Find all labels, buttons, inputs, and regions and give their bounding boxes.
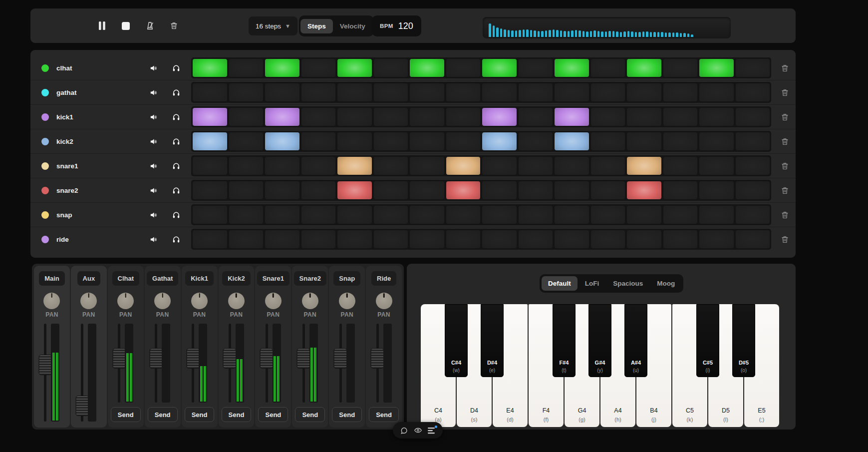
delete-track-button[interactable] xyxy=(779,136,790,147)
step-cell-gathat-10[interactable] xyxy=(519,83,553,101)
step-cell-gathat-15[interactable] xyxy=(699,83,734,101)
pan-knob[interactable] xyxy=(228,293,245,309)
step-cell-kick2-12[interactable] xyxy=(591,132,625,150)
step-cell-snare1-2[interactable] xyxy=(229,157,264,175)
step-cell-snap-7[interactable] xyxy=(410,206,444,224)
black-key-Gs4[interactable]: G#4(y) xyxy=(588,304,611,377)
step-cell-snare2-12[interactable] xyxy=(591,181,625,199)
step-cell-snare2-15[interactable] xyxy=(699,181,734,199)
step-cell-kick1-8[interactable] xyxy=(446,108,481,126)
volume-fader[interactable] xyxy=(118,324,120,403)
delete-track-button[interactable] xyxy=(779,160,790,171)
preset-tab-spacious[interactable]: Spacious xyxy=(606,276,649,291)
step-cell-kick1-3[interactable] xyxy=(265,108,299,126)
chat-button[interactable] xyxy=(398,425,410,437)
step-cell-ride-5[interactable] xyxy=(337,230,372,248)
track-solo-button[interactable] xyxy=(171,209,182,220)
step-cell-ride-11[interactable] xyxy=(555,230,589,248)
step-cell-ride-12[interactable] xyxy=(591,230,625,248)
step-cell-snare1-9[interactable] xyxy=(482,157,517,175)
delete-track-button[interactable] xyxy=(779,185,790,196)
step-cell-ride-4[interactable] xyxy=(301,230,336,248)
step-cell-kick1-9[interactable] xyxy=(482,108,517,126)
step-cell-snare2-8[interactable] xyxy=(446,181,481,199)
step-cell-ride-3[interactable] xyxy=(265,230,299,248)
step-cell-ride-6[interactable] xyxy=(374,230,408,248)
channel-label[interactable]: Aux xyxy=(77,271,101,286)
step-cell-gathat-2[interactable] xyxy=(229,83,264,101)
track-volume-button[interactable] xyxy=(148,62,159,73)
step-cell-snare1-5[interactable] xyxy=(337,157,372,175)
black-key-As4[interactable]: A#4(u) xyxy=(624,304,647,377)
channel-label[interactable]: Kick1 xyxy=(185,271,214,286)
send-button[interactable]: Send xyxy=(369,407,399,422)
step-cell-kick1-2[interactable] xyxy=(229,108,264,126)
preset-tab-lofi[interactable]: LoFi xyxy=(579,276,606,291)
step-cell-clhat-7[interactable] xyxy=(410,59,444,77)
step-cell-clhat-11[interactable] xyxy=(555,59,589,77)
step-cell-kick1-14[interactable] xyxy=(663,108,698,126)
pause-button[interactable] xyxy=(94,18,109,33)
step-cell-kick2-14[interactable] xyxy=(663,132,698,150)
step-cell-snare2-11[interactable] xyxy=(555,181,589,199)
step-cell-snare2-14[interactable] xyxy=(663,181,698,199)
step-cell-kick1-6[interactable] xyxy=(374,108,408,126)
channel-label[interactable]: Snare2 xyxy=(294,271,326,286)
step-cell-snare2-16[interactable] xyxy=(736,181,770,199)
fader-handle[interactable] xyxy=(371,348,384,369)
preset-tab-default[interactable]: Default xyxy=(542,276,578,291)
step-cell-ride-1[interactable] xyxy=(193,230,227,248)
step-cell-kick1-16[interactable] xyxy=(736,108,770,126)
step-cell-clhat-15[interactable] xyxy=(699,59,734,77)
delete-track-button[interactable] xyxy=(779,87,790,98)
track-solo-button[interactable] xyxy=(171,136,182,147)
volume-fader[interactable] xyxy=(192,324,194,403)
volume-fader[interactable] xyxy=(302,324,305,403)
pan-knob[interactable] xyxy=(43,293,60,309)
step-cell-kick2-5[interactable] xyxy=(337,132,372,150)
delete-track-button[interactable] xyxy=(779,209,790,220)
send-button[interactable]: Send xyxy=(222,407,252,422)
volume-fader[interactable] xyxy=(376,324,379,403)
step-cell-clhat-5[interactable] xyxy=(337,59,372,77)
step-cell-snare1-14[interactable] xyxy=(663,157,698,175)
step-cell-kick2-11[interactable] xyxy=(555,132,589,150)
black-key-Cs5[interactable]: C#5(i) xyxy=(696,304,719,377)
step-cell-kick2-7[interactable] xyxy=(410,132,444,150)
step-cell-clhat-1[interactable] xyxy=(193,59,227,77)
step-cell-clhat-12[interactable] xyxy=(591,59,625,77)
volume-fader[interactable] xyxy=(81,324,83,422)
delete-track-button[interactable] xyxy=(779,111,790,122)
send-button[interactable]: Send xyxy=(185,407,215,422)
toggle-option-steps[interactable]: Steps xyxy=(300,19,333,33)
black-key-Ds5[interactable]: D#5(o) xyxy=(732,304,755,377)
fader-handle[interactable] xyxy=(75,396,89,416)
step-cell-snare1-3[interactable] xyxy=(265,157,299,175)
step-cell-kick1-1[interactable] xyxy=(193,108,227,126)
toggle-option-velocity[interactable]: Velocity xyxy=(333,19,372,33)
step-cell-snare1-8[interactable] xyxy=(446,157,481,175)
step-cell-snap-15[interactable] xyxy=(699,206,734,224)
step-cell-snap-6[interactable] xyxy=(374,206,408,224)
metronome-button[interactable] xyxy=(142,18,157,33)
fader-handle[interactable] xyxy=(297,348,310,369)
step-cell-ride-7[interactable] xyxy=(410,230,444,248)
visibility-button[interactable] xyxy=(412,425,424,437)
volume-fader[interactable] xyxy=(229,324,231,403)
pan-knob[interactable] xyxy=(302,293,318,309)
step-cell-snare1-6[interactable] xyxy=(374,157,408,175)
pan-knob[interactable] xyxy=(265,293,282,309)
step-cell-kick2-1[interactable] xyxy=(193,132,227,150)
step-cell-snare2-13[interactable] xyxy=(627,181,661,199)
step-cell-ride-9[interactable] xyxy=(482,230,517,248)
channel-label[interactable]: Gathat xyxy=(147,271,178,286)
step-cell-kick1-11[interactable] xyxy=(555,108,589,126)
pan-knob[interactable] xyxy=(339,293,355,309)
step-cell-gathat-9[interactable] xyxy=(482,83,517,101)
bpm-control[interactable]: BPM 120 xyxy=(372,15,421,36)
steps-count-select[interactable]: 16 steps ▼ xyxy=(249,16,297,35)
step-cell-clhat-2[interactable] xyxy=(229,59,264,77)
step-cell-gathat-4[interactable] xyxy=(301,83,336,101)
step-cell-snare2-7[interactable] xyxy=(410,181,444,199)
step-cell-ride-13[interactable] xyxy=(627,230,661,248)
